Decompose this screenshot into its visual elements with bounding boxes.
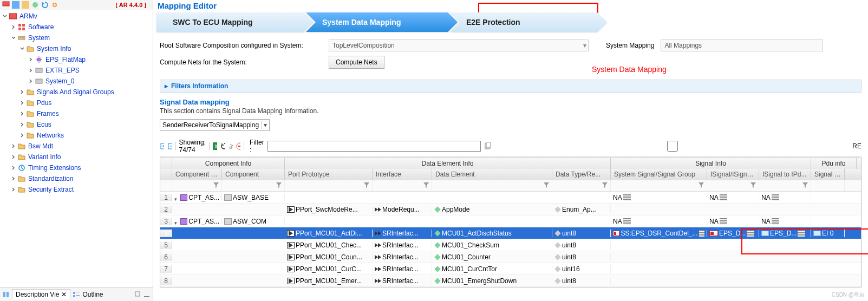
close-icon[interactable]: ✕ xyxy=(61,291,67,298)
cell-datatype[interactable]: uint16 xyxy=(552,265,611,273)
cell-interface[interactable]: SRInterfac... xyxy=(373,277,432,285)
expand-icon[interactable] xyxy=(18,100,26,106)
cell-interface[interactable]: SRInterfac... xyxy=(373,253,432,261)
filter-comppr[interactable] xyxy=(172,180,222,191)
filter-isig[interactable] xyxy=(707,180,759,191)
tree-item[interactable]: Security Extract xyxy=(0,184,153,195)
excel-export-icon[interactable]: x xyxy=(213,142,217,150)
cell-port[interactable]: PPort_MCU01_Chec... xyxy=(285,241,373,249)
tree-item[interactable]: Ecus xyxy=(0,119,153,130)
cell-menu-icon[interactable] xyxy=(720,218,727,225)
cell-datatype[interactable]: uint8 xyxy=(552,230,611,237)
table-row[interactable]: 6 PPort_MCU01_Coun... SRInterfac... MCU0… xyxy=(160,251,861,263)
table-row[interactable]: 3 CPT_AS... ASW_COM NA NA NA xyxy=(160,215,861,227)
cell-interface[interactable]: SRInterfac... xyxy=(373,241,432,249)
tree-item[interactable]: System xyxy=(0,32,153,43)
col-data-element[interactable]: Data Element xyxy=(432,169,552,180)
expand-icon[interactable] xyxy=(10,24,17,30)
cell-port[interactable]: PPort_MCU01_Coun... xyxy=(285,253,373,261)
filter-spdu[interactable] xyxy=(811,180,845,191)
col-system-signal[interactable]: System Signal/Signal Group xyxy=(611,169,707,180)
expand-icon[interactable] xyxy=(1,13,9,19)
cell-port[interactable]: PPort_SwcModeRe... xyxy=(285,206,373,213)
cell-interface[interactable]: ModeRequ... xyxy=(373,206,432,213)
filter-if[interactable] xyxy=(373,180,432,191)
util-icon-1[interactable] xyxy=(12,1,19,9)
util-icon-2[interactable] xyxy=(22,1,29,9)
cell-data-element[interactable]: MCU01_Counter xyxy=(432,253,552,261)
expand-icon[interactable] xyxy=(10,165,17,171)
expand-icon[interactable] xyxy=(10,175,17,182)
cell-port[interactable]: PPort_MCU01_Emer... xyxy=(285,277,373,285)
delete-icon[interactable] xyxy=(236,142,240,150)
cell-port[interactable]: PPort_MCU01_ActDi... xyxy=(285,230,373,237)
util-icon-3[interactable] xyxy=(31,1,39,9)
tree-item[interactable]: Networks xyxy=(0,130,153,141)
table-row[interactable]: 2 PPort_SwcModeRe... ModeRequ... AppMode… xyxy=(160,204,861,215)
cell-comppr[interactable]: CPT_AS... xyxy=(172,218,222,225)
compute-nets-button[interactable]: Compute Nets xyxy=(329,56,384,69)
step-e2e-protection[interactable]: E2E Protection xyxy=(450,12,607,32)
tree-item[interactable]: Timing Extensions xyxy=(0,162,153,173)
expand-icon[interactable] xyxy=(27,78,35,84)
filter-dtype[interactable] xyxy=(552,180,611,191)
col-port[interactable]: Port Prototype xyxy=(285,169,373,180)
expand-icon[interactable] xyxy=(27,56,35,63)
cell-datatype[interactable]: uint8 xyxy=(552,241,611,249)
filter-port[interactable] xyxy=(285,180,373,191)
cell-system-signal[interactable]: SS:EPS_DSR_ContDel_... xyxy=(611,230,707,237)
table-row[interactable]: 5 PPort_MCU01_Chec... SRInterfac... MCU0… xyxy=(160,239,861,251)
col-isignal-to-ipdu[interactable]: ISignal to IPd... xyxy=(759,169,811,180)
expand-icon[interactable] xyxy=(18,110,26,117)
cell-datatype[interactable]: uint8 xyxy=(552,253,611,261)
cell-menu-icon[interactable] xyxy=(720,194,727,201)
cell-isignal-to-ipdu[interactable]: NA xyxy=(759,218,811,225)
filter-ipdu[interactable] xyxy=(759,180,811,191)
mapping-type-select[interactable]: SenderReceiverToSignalMapping ▾ xyxy=(160,119,270,131)
tree-item[interactable]: Frames xyxy=(0,108,153,119)
cell-menu-icon[interactable] xyxy=(798,230,805,237)
refresh-icon[interactable] xyxy=(220,142,225,150)
filters-section-header[interactable]: ▸ Filters Information xyxy=(160,80,862,93)
cell-menu-icon[interactable] xyxy=(772,218,779,225)
table-row[interactable]: 7 PPort_MCU01_CurC... SRInterfac... MCU0… xyxy=(160,263,861,275)
cell-data-element[interactable]: MCU01_ActDischStatus xyxy=(432,230,552,237)
cell-isignal-to-ipdu[interactable]: EPS_D... xyxy=(759,230,811,237)
re-checkbox[interactable]: RE xyxy=(494,141,862,152)
cell-data-element[interactable]: MCU01_CurCntTor xyxy=(432,265,552,273)
tab-outline[interactable]: Outline xyxy=(82,291,103,298)
col-component[interactable]: Component xyxy=(222,169,285,180)
cell-isignal[interactable]: NA xyxy=(707,218,759,225)
expand-icon[interactable] xyxy=(10,154,17,160)
tree-root[interactable]: ARMv xyxy=(0,11,153,22)
filter-comp[interactable] xyxy=(222,180,285,191)
cell-isignal[interactable]: EPS_D... xyxy=(707,230,759,237)
cell-port[interactable]: PPort_MCU01_CurC... xyxy=(285,265,373,273)
chevron-down-icon[interactable]: ▾ xyxy=(261,121,267,129)
expand-icon[interactable] xyxy=(18,121,26,128)
cell-interface[interactable]: SRInterfac... xyxy=(373,230,432,237)
cell-system-signal[interactable]: NA xyxy=(611,194,707,201)
root-composition-select[interactable] xyxy=(329,40,589,51)
tab-description-view[interactable]: Description Vie ✕ xyxy=(12,289,70,299)
expand-all-icon[interactable] xyxy=(160,142,164,150)
table-row[interactable]: 4 PPort_MCU01_ActDi... SRInterfac... MCU… xyxy=(160,227,861,239)
tree-item[interactable]: Pdus xyxy=(0,97,153,108)
cell-datatype[interactable]: uint8 xyxy=(552,277,611,285)
cell-isignal[interactable]: NA xyxy=(707,194,759,201)
cell-signal-ipdu[interactable]: EI 0 xyxy=(811,230,845,237)
tree-item[interactable]: Variant Info xyxy=(0,152,153,162)
tree-item[interactable]: System_0 xyxy=(0,76,153,87)
cell-menu-icon[interactable] xyxy=(772,194,779,201)
cell-datatype[interactable]: Enum_Ap... xyxy=(552,206,611,213)
expand-icon[interactable] xyxy=(18,89,26,95)
cell-interface[interactable]: SRInterfac... xyxy=(373,265,432,273)
filter-de[interactable] xyxy=(432,180,552,191)
system-mapping-select[interactable] xyxy=(661,40,823,51)
cell-menu-icon[interactable] xyxy=(699,230,704,237)
cell-data-element[interactable]: MCU01_EmergShutDown xyxy=(432,277,552,285)
tree-item[interactable]: Signals And Signal Groups xyxy=(0,87,153,97)
cell-component[interactable]: ASW_BASE xyxy=(222,194,285,201)
tree-item[interactable]: EPS_FlatMap xyxy=(0,54,153,65)
col-isignal[interactable]: ISignal/ISignal... xyxy=(707,169,759,180)
